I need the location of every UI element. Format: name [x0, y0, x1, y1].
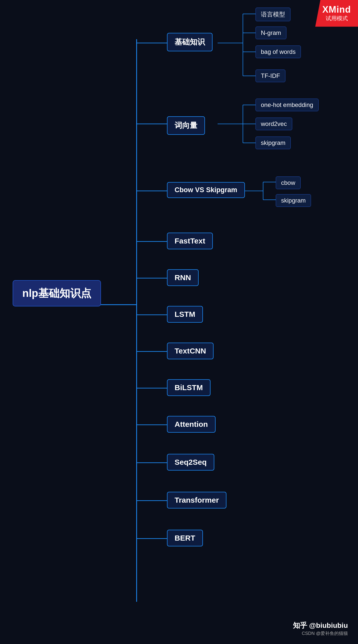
watermark-sub: CSDN @爱补鱼的猫猫 [293, 630, 348, 636]
leaf-onehot: one-hot embedding [256, 99, 319, 111]
leaf-bagofwords: bag of words [256, 46, 301, 58]
xmind-badge: XMind 试用模式 [315, 0, 358, 27]
root-node: nlp基础知识点 [13, 280, 101, 306]
branch-lstm: LSTM [167, 306, 203, 323]
branch-jichuzishi: 基础知识 [167, 33, 213, 51]
watermark: 知乎 @biubiubiu CSDN @爱补鱼的猫猫 [293, 621, 348, 636]
mindmap-container: XMind 试用模式 [0, 0, 358, 644]
branch-cixiangliang: 词向量 [167, 116, 205, 135]
branch-textcnn: TextCNN [167, 343, 214, 359]
leaf-tfidf: TF-IDF [256, 70, 285, 82]
xmind-title: XMind [322, 5, 351, 15]
leaf-skipgram-cbowvs: skipgram [276, 194, 311, 207]
leaf-cbow: cbow [276, 176, 301, 189]
branch-bilstm: BiLSTM [167, 379, 210, 396]
branch-cbowvs: Cbow VS Skipgram [167, 182, 245, 198]
watermark-main: 知乎 @biubiubiu [293, 621, 348, 630]
leaf-ngram: N-gram [256, 27, 286, 39]
branch-transformer: Transformer [167, 492, 226, 508]
branch-attention: Attention [167, 416, 216, 433]
leaf-yuyanmoxing: 语言模型 [256, 8, 290, 21]
root-label: nlp基础知识点 [22, 287, 91, 299]
leaf-word2vec: word2vec [256, 118, 292, 130]
branch-bert: BERT [167, 530, 203, 546]
branch-fasttext: FastText [167, 233, 213, 249]
branch-seq2seq: Seq2Seq [167, 454, 214, 471]
leaf-skipgram-cixiangliang: skipgram [256, 137, 291, 149]
xmind-subtitle: 试用模式 [322, 15, 351, 22]
branch-rnn: RNN [167, 269, 199, 286]
